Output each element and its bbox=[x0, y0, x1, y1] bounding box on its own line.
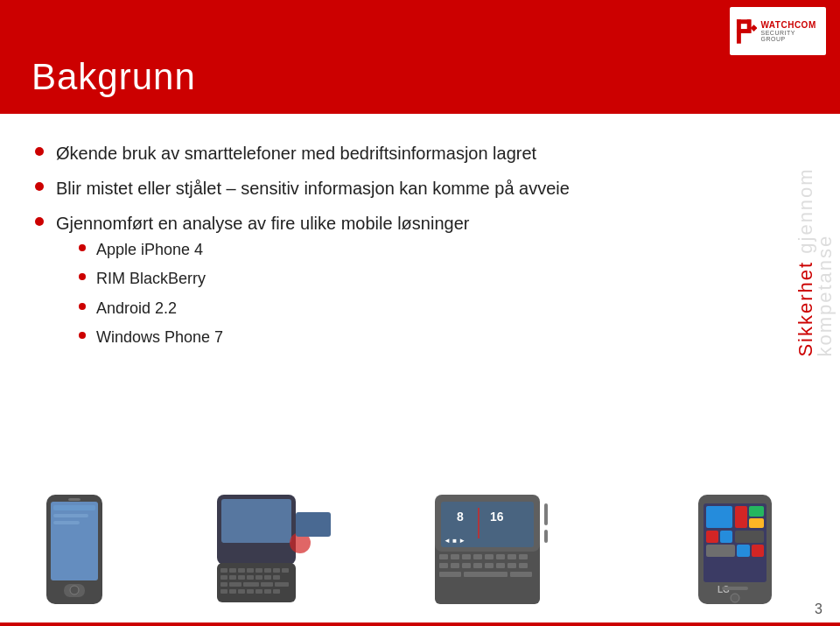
logo-text-block: WATCHCOM Security Group bbox=[760, 20, 821, 42]
phones-row: 8 16 ◄ ■ ► LG bbox=[26, 495, 788, 608]
svg-rect-65 bbox=[473, 563, 482, 568]
svg-text:8: 8 bbox=[457, 510, 464, 524]
svg-rect-6 bbox=[51, 502, 98, 580]
svg-point-95 bbox=[731, 594, 739, 602]
logo-brand-text: WATCHCOM bbox=[760, 20, 821, 30]
phone-iphone bbox=[26, 495, 122, 608]
svg-rect-31 bbox=[220, 582, 228, 587]
svg-rect-87 bbox=[706, 531, 718, 543]
svg-rect-38 bbox=[238, 589, 245, 594]
svg-rect-44 bbox=[296, 512, 331, 537]
svg-rect-59 bbox=[496, 554, 505, 559]
blackberry-svg bbox=[208, 495, 340, 608]
bottom-accent-bar bbox=[0, 622, 840, 626]
svg-rect-71 bbox=[464, 572, 508, 577]
svg-rect-56 bbox=[462, 554, 471, 559]
svg-rect-17 bbox=[229, 568, 236, 573]
svg-rect-28 bbox=[256, 575, 262, 580]
svg-rect-10 bbox=[53, 505, 95, 510]
svg-marker-4 bbox=[751, 25, 758, 32]
list-item: Apple iPhone 4 bbox=[79, 240, 469, 260]
svg-rect-24 bbox=[220, 575, 228, 580]
svg-rect-91 bbox=[737, 545, 750, 557]
svg-rect-63 bbox=[451, 563, 459, 568]
sub-bullet-dot bbox=[79, 273, 86, 280]
svg-rect-33 bbox=[243, 582, 259, 587]
phone-windows: LG bbox=[682, 495, 788, 608]
sub-bullet-dot bbox=[79, 332, 86, 339]
list-item: RIM BlackBerry bbox=[79, 269, 469, 289]
svg-rect-84 bbox=[735, 506, 747, 528]
svg-rect-29 bbox=[264, 575, 271, 580]
svg-rect-21 bbox=[264, 568, 271, 573]
svg-rect-58 bbox=[485, 554, 494, 559]
svg-text:◄ ■ ►: ◄ ■ ► bbox=[444, 537, 466, 545]
svg-rect-19 bbox=[247, 568, 254, 573]
main-content: Sikkerhet gjennom kompetanse Økende bruk… bbox=[0, 114, 840, 357]
svg-rect-40 bbox=[256, 589, 262, 594]
svg-rect-69 bbox=[519, 563, 528, 568]
sub-bullet-list: Apple iPhone 4 RIM BlackBerry Android 2.… bbox=[79, 240, 469, 348]
android-svg: 8 16 ◄ ■ ► bbox=[430, 495, 597, 608]
page-number: 3 bbox=[815, 601, 822, 617]
svg-rect-23 bbox=[282, 568, 289, 573]
svg-rect-92 bbox=[752, 545, 764, 557]
svg-rect-89 bbox=[735, 531, 764, 543]
svg-rect-36 bbox=[220, 589, 228, 594]
svg-rect-3 bbox=[737, 29, 751, 33]
svg-rect-16 bbox=[220, 568, 228, 573]
logo-icon bbox=[735, 18, 757, 46]
svg-rect-66 bbox=[485, 563, 494, 568]
svg-rect-27 bbox=[247, 575, 254, 580]
phone-android: 8 16 ◄ ■ ► bbox=[426, 495, 601, 608]
svg-rect-60 bbox=[508, 554, 516, 559]
logo-container: WATCHCOM Security Group bbox=[730, 7, 826, 55]
sub-item-1: Apple iPhone 4 bbox=[96, 240, 203, 260]
list-item: Økende bruk av smarttelefoner med bedrif… bbox=[35, 142, 805, 165]
svg-rect-79 bbox=[544, 503, 548, 525]
sub-item-3: Android 2.2 bbox=[96, 299, 177, 319]
svg-rect-18 bbox=[238, 568, 245, 573]
svg-rect-12 bbox=[53, 521, 80, 524]
svg-rect-35 bbox=[275, 582, 289, 587]
svg-rect-83 bbox=[706, 506, 732, 528]
svg-rect-9 bbox=[68, 498, 80, 501]
svg-rect-14 bbox=[221, 499, 291, 543]
svg-rect-39 bbox=[247, 589, 254, 594]
bullet-text-1: Økende bruk av smarttelefoner med bedrif… bbox=[56, 142, 536, 165]
svg-rect-32 bbox=[229, 582, 242, 587]
sub-item-4: Windows Phone 7 bbox=[96, 327, 223, 348]
svg-rect-90 bbox=[706, 545, 735, 557]
sub-item-2: RIM BlackBerry bbox=[96, 269, 206, 289]
svg-rect-85 bbox=[749, 506, 764, 517]
windows-phone-svg: LG bbox=[691, 495, 779, 608]
svg-rect-34 bbox=[261, 582, 273, 587]
logo-inner: WATCHCOM Security Group bbox=[735, 18, 821, 46]
svg-rect-42 bbox=[273, 589, 280, 594]
svg-rect-61 bbox=[519, 554, 528, 559]
bullet-item-with-sub: Gjennomført en analyse av fire ulike mob… bbox=[56, 212, 469, 357]
bullet-list: Økende bruk av smarttelefoner med bedrif… bbox=[35, 142, 805, 357]
svg-rect-88 bbox=[720, 531, 732, 543]
sub-bullet-dot bbox=[79, 303, 86, 310]
side-text: Sikkerhet gjennom kompetanse bbox=[796, 158, 835, 357]
svg-rect-25 bbox=[229, 575, 236, 580]
svg-rect-67 bbox=[496, 563, 505, 568]
bullet-dot bbox=[35, 147, 44, 156]
svg-rect-72 bbox=[510, 572, 532, 577]
svg-rect-22 bbox=[273, 568, 280, 573]
svg-text:16: 16 bbox=[490, 510, 504, 524]
svg-rect-64 bbox=[462, 563, 471, 568]
bullet-text-3: Gjennomført en analyse av fire ulike mob… bbox=[56, 214, 469, 233]
header-bar: WATCHCOM Security Group Bakgrunn bbox=[0, 0, 840, 114]
sub-bullet-dot bbox=[79, 244, 86, 251]
svg-rect-20 bbox=[256, 568, 262, 573]
svg-rect-55 bbox=[451, 554, 459, 559]
bullet-dot bbox=[35, 217, 44, 226]
list-item: Gjennomført en analyse av fire ulike mob… bbox=[35, 212, 805, 357]
phone-blackberry bbox=[204, 495, 344, 608]
list-item: Android 2.2 bbox=[79, 299, 469, 319]
svg-rect-86 bbox=[749, 518, 764, 528]
svg-rect-57 bbox=[473, 554, 482, 559]
svg-point-8 bbox=[70, 586, 79, 594]
